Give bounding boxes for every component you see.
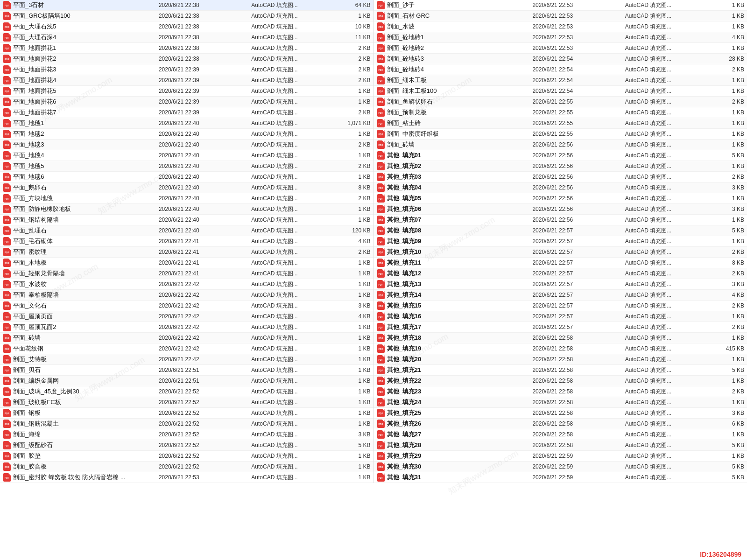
file-type: AutoCAD 填充图...: [251, 248, 331, 256]
list-item[interactable]: PDF剖面_玻璃_45度_比例302020/6/21 22:52AutoCAD …: [0, 386, 374, 397]
list-item[interactable]: PDF平面_轻钢龙骨隔墙2020/6/21 22:41AutoCAD 填充图..…: [0, 268, 374, 279]
list-item[interactable]: PDF其他_填充122020/6/21 22:57AutoCAD 填充图...2…: [374, 268, 747, 279]
list-item[interactable]: PDF平面_地毯42020/6/21 22:40AutoCAD 填充图...1 …: [0, 150, 374, 161]
list-item[interactable]: PDF平面_3石材2020/6/21 22:38AutoCAD 填充图...64…: [0, 0, 374, 11]
list-item[interactable]: PDF其他_填充262020/6/21 22:58AutoCAD 填充图...6…: [374, 419, 747, 429]
list-item[interactable]: PDF其他_填充292020/6/21 22:59AutoCAD 填充图...1…: [374, 451, 747, 462]
list-item[interactable]: PDF其他_填充222020/6/21 22:58AutoCAD 填充图...1…: [374, 376, 747, 386]
list-item[interactable]: PDF平面_地面拼花42020/6/21 22:39AutoCAD 填充图...…: [0, 75, 374, 86]
list-item[interactable]: PDF其他_填充272020/6/21 22:58AutoCAD 填充图...1…: [374, 429, 747, 440]
list-item[interactable]: PDF平面_大理石浅52020/6/21 22:38AutoCAD 填充图...…: [0, 21, 374, 32]
list-item[interactable]: PDF平面_钢结构隔墙2020/6/21 22:40AutoCAD 填充图...…: [0, 215, 374, 225]
list-item[interactable]: PDF剖面_编织金属网2020/6/21 22:51AutoCAD 填充图...…: [0, 376, 374, 386]
list-item[interactable]: PDF其他_填充092020/6/21 22:57AutoCAD 填充图...1…: [374, 236, 747, 247]
list-item[interactable]: PDF剖面_细木工板1002020/6/21 22:54AutoCAD 填充图.…: [374, 86, 747, 97]
list-item[interactable]: PDF其他_填充252020/6/21 22:58AutoCAD 填充图...3…: [374, 408, 747, 419]
list-item[interactable]: PDF剖面_贝石2020/6/21 22:51AutoCAD 填充图...1 K…: [0, 365, 374, 376]
list-item[interactable]: PDF平面_地面拼花12020/6/21 22:38AutoCAD 填充图...…: [0, 43, 374, 54]
file-name: 平面花纹钢: [13, 344, 159, 353]
list-item[interactable]: PDF平面_地面拼花72020/6/21 22:39AutoCAD 填充图...…: [0, 107, 374, 118]
list-item[interactable]: PDF其他_填充312020/6/21 22:59AutoCAD 填充图...5…: [374, 472, 747, 483]
list-item[interactable]: PDF其他_填充182020/6/21 22:58AutoCAD 填充图...1…: [374, 333, 747, 343]
list-item[interactable]: PDF其他_填充082020/6/21 22:57AutoCAD 填充图...5…: [374, 225, 747, 236]
file-size: 1 KB: [331, 420, 370, 427]
list-item[interactable]: PDF平面_地面拼花32020/6/21 22:39AutoCAD 填充图...…: [0, 64, 374, 75]
list-item[interactable]: PDF其他_填充032020/6/21 22:56AutoCAD 填充图...2…: [374, 172, 747, 182]
list-item[interactable]: PDF平面_方块地毯2020/6/21 22:40AutoCAD 填充图...2…: [0, 193, 374, 204]
list-item[interactable]: PDF其他_填充162020/6/21 22:57AutoCAD 填充图...1…: [374, 311, 747, 322]
list-item[interactable]: PDF平面_屋顶瓦面22020/6/21 22:42AutoCAD 填充图...…: [0, 322, 374, 333]
list-item[interactable]: PDF其他_填充022020/6/21 22:56AutoCAD 填充图...1…: [374, 161, 747, 172]
list-item[interactable]: PDF其他_填充062020/6/21 22:56AutoCAD 填充图...3…: [374, 204, 747, 215]
file-size: 1 KB: [331, 463, 370, 470]
list-item[interactable]: PDF平面_鹅卵石2020/6/21 22:40AutoCAD 填充图...8 …: [0, 182, 374, 193]
list-item[interactable]: PDF其他_填充192020/6/21 22:58AutoCAD 填充图...4…: [374, 343, 747, 354]
list-item[interactable]: PDF剖面_砼地砖42020/6/21 22:54AutoCAD 填充图...2…: [374, 64, 747, 75]
list-item[interactable]: PDF其他_填充112020/6/21 22:57AutoCAD 填充图...8…: [374, 258, 747, 268]
list-item[interactable]: PDF剖面_胶合板2020/6/21 22:52AutoCAD 填充图...1 …: [0, 462, 374, 472]
list-item[interactable]: PDF其他_填充202020/6/21 22:58AutoCAD 填充图...1…: [374, 354, 747, 365]
file-date: 2020/6/21 22:53: [532, 13, 625, 19]
list-item[interactable]: PDF剖面_钢板2020/6/21 22:52AutoCAD 填充图...1 K…: [0, 408, 374, 419]
file-type: AutoCAD 填充图...: [625, 302, 705, 310]
list-item[interactable]: PDF其他_填充052020/6/21 22:56AutoCAD 填充图...1…: [374, 193, 747, 204]
list-item[interactable]: PDF其他_填充042020/6/21 22:56AutoCAD 填充图...3…: [374, 182, 747, 193]
list-item[interactable]: PDF平面_地毯22020/6/21 22:40AutoCAD 填充图...1 …: [0, 129, 374, 140]
list-item[interactable]: PDF其他_填充152020/6/21 22:57AutoCAD 填充图...2…: [374, 301, 747, 311]
list-item[interactable]: PDF剖面_石材 GRC2020/6/21 22:53AutoCAD 填充图..…: [374, 11, 747, 21]
list-item[interactable]: PDF剖面_海绵2020/6/21 22:52AutoCAD 填充图...3 K…: [0, 429, 374, 440]
list-item[interactable]: PDF平面_砖墙2020/6/21 22:42AutoCAD 填充图...1 K…: [0, 333, 374, 343]
list-item[interactable]: PDF平面_乱理石2020/6/21 22:40AutoCAD 填充图...12…: [0, 225, 374, 236]
list-item[interactable]: PDF其他_填充142020/6/21 22:57AutoCAD 填充图...4…: [374, 290, 747, 301]
list-item[interactable]: PDF平面_地毯32020/6/21 22:40AutoCAD 填充图...2 …: [0, 140, 374, 150]
list-item[interactable]: PDF剖面_中密度纤维板2020/6/21 22:55AutoCAD 填充图..…: [374, 129, 747, 140]
list-item[interactable]: PDF剖面_钢筋混凝土2020/6/21 22:52AutoCAD 填充图...…: [0, 419, 374, 429]
list-item[interactable]: PDF平面_木地板2020/6/21 22:41AutoCAD 填充图...1 …: [0, 258, 374, 268]
list-item[interactable]: PDF剖面_粘土砖2020/6/21 22:55AutoCAD 填充图...1 …: [374, 118, 747, 129]
list-item[interactable]: PDF平面_屋顶页面2020/6/21 22:42AutoCAD 填充图...4…: [0, 311, 374, 322]
file-date: 2020/6/21 22:56: [532, 195, 625, 202]
list-item[interactable]: PDF其他_填充282020/6/21 22:58AutoCAD 填充图...5…: [374, 440, 747, 451]
list-item[interactable]: PDF其他_填充232020/6/21 22:58AutoCAD 填充图...2…: [374, 386, 747, 397]
list-item[interactable]: PDF平面_水波纹2020/6/21 22:42AutoCAD 填充图...1 …: [0, 279, 374, 290]
list-item[interactable]: PDF平面_文化石2020/6/21 22:42AutoCAD 填充图...3 …: [0, 301, 374, 311]
list-item[interactable]: PDF平面_地毯52020/6/21 22:40AutoCAD 填充图...2 …: [0, 161, 374, 172]
list-item[interactable]: PDF平面_密纹理2020/6/21 22:41AutoCAD 填充图...2 …: [0, 247, 374, 258]
list-item[interactable]: PDF其他_填充302020/6/21 22:59AutoCAD 填充图...5…: [374, 462, 747, 472]
file-size: 1 KB: [331, 324, 370, 330]
list-item[interactable]: PDF剖面_砼地砖12020/6/21 22:53AutoCAD 填充图...4…: [374, 32, 747, 43]
list-item[interactable]: PDF平面_地毯62020/6/21 22:40AutoCAD 填充图...1 …: [0, 172, 374, 182]
list-item[interactable]: PDF剖面_艾特板2020/6/21 22:42AutoCAD 填充图...1 …: [0, 354, 374, 365]
list-item[interactable]: PDF剖面_沙子2020/6/21 22:53AutoCAD 填充图...1 K…: [374, 0, 747, 11]
list-item[interactable]: PDF其他_填充132020/6/21 22:57AutoCAD 填充图...3…: [374, 279, 747, 290]
list-item[interactable]: PDF剖面_密封胶 蜂窝板 软包 防火隔音岩棉 ...2020/6/21 22:…: [0, 472, 374, 483]
list-item[interactable]: PDF平面_地毯12020/6/21 22:40AutoCAD 填充图...1,…: [0, 118, 374, 129]
list-item[interactable]: PDF其他_填充212020/6/21 22:58AutoCAD 填充图...5…: [374, 365, 747, 376]
list-item[interactable]: PDF平面_大理石深42020/6/21 22:38AutoCAD 填充图...…: [0, 32, 374, 43]
list-item[interactable]: PDF平面_毛石砌体2020/6/21 22:41AutoCAD 填充图...4…: [0, 236, 374, 247]
list-item[interactable]: PDF剖面_水波2020/6/21 22:53AutoCAD 填充图...1 K…: [374, 21, 747, 32]
list-item[interactable]: PDF剖面_砼地砖22020/6/21 22:53AutoCAD 填充图...1…: [374, 43, 747, 54]
list-item[interactable]: PDF平面_地面拼花52020/6/21 22:39AutoCAD 填充图...…: [0, 86, 374, 97]
list-item[interactable]: PDF剖面_玻镁板FC板2020/6/21 22:52AutoCAD 填充图..…: [0, 397, 374, 408]
list-item[interactable]: PDF平面_防静电橡胶地板2020/6/21 22:40AutoCAD 填充图.…: [0, 204, 374, 215]
list-item[interactable]: PDF剖面_预制龙板2020/6/21 22:55AutoCAD 填充图...1…: [374, 107, 747, 118]
list-item[interactable]: PDF剖面_级配砂石2020/6/21 22:52AutoCAD 填充图...5…: [0, 440, 374, 451]
list-item[interactable]: PDF剖面_胶垫2020/6/21 22:52AutoCAD 填充图...1 K…: [0, 451, 374, 462]
list-item[interactable]: PDF平面_地面拼花22020/6/21 22:38AutoCAD 填充图...…: [0, 54, 374, 64]
list-item[interactable]: PDF其他_填充242020/6/21 22:58AutoCAD 填充图...1…: [374, 397, 747, 408]
list-item[interactable]: PDF其他_填充172020/6/21 22:57AutoCAD 填充图...2…: [374, 322, 747, 333]
list-item[interactable]: PDF其他_填充102020/6/21 22:57AutoCAD 填充图...2…: [374, 247, 747, 258]
list-item[interactable]: PDF其他_填充072020/6/21 22:56AutoCAD 填充图...1…: [374, 215, 747, 225]
list-item[interactable]: PDF其他_填充012020/6/21 22:56AutoCAD 填充图...5…: [374, 150, 747, 161]
list-item[interactable]: PDF剖面_细木工板2020/6/21 22:54AutoCAD 填充图...1…: [374, 75, 747, 86]
pdf-icon: PDF: [377, 151, 385, 160]
list-item[interactable]: PDF平面_泰柏板隔墙2020/6/21 22:42AutoCAD 填充图...…: [0, 290, 374, 301]
list-item[interactable]: PDF剖面_砼地砖32020/6/21 22:54AutoCAD 填充图...2…: [374, 54, 747, 64]
list-item[interactable]: PDF剖面_砖墙2020/6/21 22:56AutoCAD 填充图...1 K…: [374, 140, 747, 150]
list-item[interactable]: PDF平面_地面拼花62020/6/21 22:39AutoCAD 填充图...…: [0, 97, 374, 107]
list-item[interactable]: PDF平面_GRC板隔墙1002020/6/21 22:38AutoCAD 填充…: [0, 11, 374, 21]
file-type: AutoCAD 填充图...: [251, 130, 331, 138]
list-item[interactable]: PDF剖面_鱼鳞状卵石2020/6/21 22:55AutoCAD 填充图...…: [374, 97, 747, 107]
list-item[interactable]: PDF平面花纹钢2020/6/21 22:42AutoCAD 填充图...1 K…: [0, 343, 374, 354]
